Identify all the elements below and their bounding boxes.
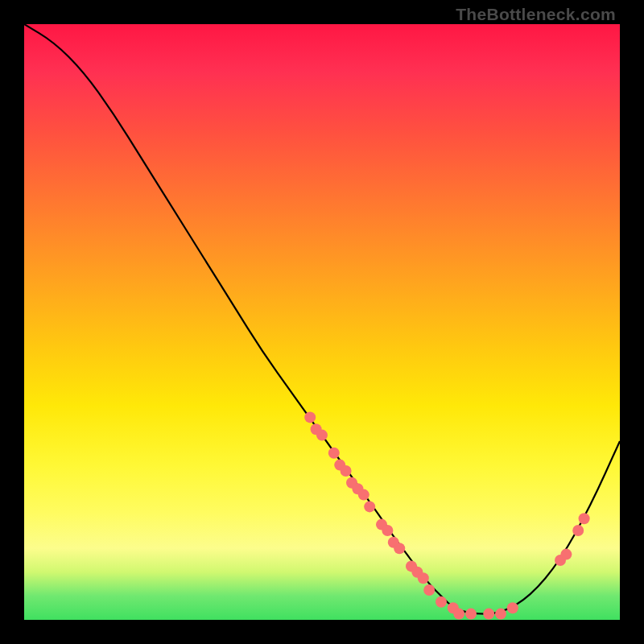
- chart-svg: [24, 24, 620, 620]
- data-point: [418, 572, 429, 584]
- data-point: [364, 501, 375, 512]
- data-point: [358, 489, 369, 501]
- data-point: [436, 597, 447, 608]
- data-point: [465, 609, 477, 620]
- data-point: [394, 543, 405, 554]
- data-point: [423, 584, 435, 596]
- data-point: [483, 609, 494, 620]
- data-point: [579, 513, 590, 524]
- data-point: [382, 525, 393, 536]
- chart-container: TheBottleneck.com: [0, 0, 644, 644]
- scatter-points: [304, 411, 589, 619]
- data-point: [560, 549, 572, 560]
- data-point: [495, 609, 506, 620]
- watermark-text: TheBottleneck.com: [456, 5, 616, 24]
- plot-area: [24, 24, 620, 620]
- data-point: [507, 602, 518, 613]
- data-point: [328, 448, 340, 459]
- data-point: [341, 465, 352, 477]
- data-point: [572, 525, 584, 536]
- data-point: [316, 430, 328, 441]
- data-point: [304, 411, 316, 423]
- bottleneck-curve-line: [24, 24, 620, 614]
- data-point: [453, 609, 464, 620]
